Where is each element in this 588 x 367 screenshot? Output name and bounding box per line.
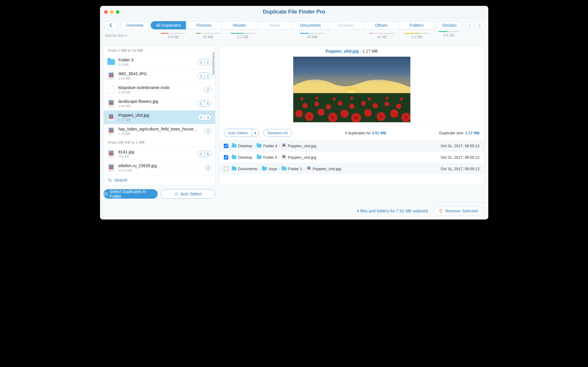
count-badge: 2 (204, 59, 211, 65)
close-window-icon[interactable] (104, 10, 108, 14)
count-badges: 2 (204, 86, 211, 93)
svg-point-16 (302, 103, 307, 108)
svg-point-8 (317, 109, 324, 116)
svg-point-26 (315, 97, 318, 100)
file-row[interactable]: 8141.jpg752 KB19 (104, 147, 215, 161)
trash-icon (439, 209, 443, 213)
deselect-all-button[interactable]: Deselect All (263, 129, 292, 137)
file-icon (107, 163, 115, 172)
select-duplicates-in-folder-button[interactable]: Select Duplicates in Folder (104, 189, 158, 199)
search-button[interactable]: Search (104, 175, 215, 185)
category-size: 41 KB (364, 31, 399, 39)
chevron-down-icon: ▾ (252, 129, 259, 137)
select-checkbox[interactable] (224, 167, 228, 171)
svg-point-32 (308, 115, 311, 118)
file-icon (282, 143, 286, 148)
category-tab: Music (257, 21, 293, 29)
count-badges: 19 (198, 151, 211, 157)
category-tab[interactable]: Folders (399, 21, 435, 29)
sparkle-icon (174, 192, 179, 196)
file-row[interactable]: landscape-flowers.jpg1.44 MB15 (104, 96, 215, 110)
count-badge: 9 (204, 151, 211, 157)
chevron-right-icon: › (259, 167, 260, 170)
file-size: 752 KB (119, 155, 195, 158)
file-row[interactable]: Poppies_uhd.jpg1.17 MB23 (104, 110, 215, 124)
svg-point-34 (354, 116, 358, 120)
file-icon (107, 99, 115, 108)
auto-select-dropdown[interactable]: Auto Select ▾ (224, 129, 259, 137)
category-tab[interactable]: All Duplicates (151, 21, 186, 29)
file-row[interactable]: kitayskoe issledovanie.mobi1.94 MB2 (104, 83, 215, 96)
count-badges: 15 (198, 100, 211, 107)
svg-point-0 (479, 26, 479, 27)
duplicate-row[interactable]: Desktop › Folder 5 › Poppies_uhd.jpgOct … (219, 151, 484, 163)
duplicate-row[interactable]: Documents › Asya › Folder 1 › Poppies_uh… (219, 163, 484, 174)
file-size: 1.94 MB (119, 91, 202, 94)
preview-filesize: 1.17 MB (362, 49, 378, 53)
count-badge: 2 (198, 114, 205, 120)
category-size: 4.5 GB (156, 31, 191, 39)
duplicate-toolbar: Auto Select ▾ Deselect All 3 duplicates … (219, 125, 484, 140)
file-row[interactable]: elitefon.ru_23929.jpg514.9 KB3 (104, 161, 215, 175)
file-row[interactable]: Folder 32.9 MB12 (104, 55, 215, 69)
folder-icon (257, 155, 261, 159)
file-icon (107, 150, 115, 158)
similars-size: 4.5 GB (443, 33, 454, 37)
svg-point-31 (400, 98, 403, 100)
remove-selected-button[interactable]: Remove Selected (434, 207, 483, 215)
count-badge: 1 (198, 100, 205, 107)
duplicate-list: Desktop › Folder 4 › Poppies_uhd.jpgOct … (219, 140, 484, 174)
category-tab[interactable]: Others (364, 21, 399, 29)
auto-select-label: Auto Select (180, 192, 201, 196)
file-icon (107, 71, 115, 80)
folder-icon (107, 58, 115, 66)
duplicate-row[interactable]: Desktop › Folder 4 › Poppies_uhd.jpgOct … (219, 140, 484, 151)
category-size: 1.2 GB (225, 31, 260, 39)
file-list[interactable]: From 1 MB to 10 MBFolder 32.9 MB12IMG_35… (104, 46, 215, 175)
similars-tab[interactable]: Similars (437, 21, 462, 29)
rss-icon[interactable] (476, 21, 484, 29)
file-icon (107, 113, 115, 122)
modified-date: Oct 31, 2017, 09:55:12 (441, 155, 479, 160)
file-row[interactable]: hay_bales_agriculture_field_trees_house.… (104, 124, 215, 138)
category-tab[interactable]: Documents (292, 21, 328, 29)
count-badge: 2 (204, 73, 211, 79)
file-name: 8141.jpg (119, 150, 195, 154)
breadcrumb: Desktop › Folder 5 › Poppies_uhd.jpg (232, 155, 441, 160)
info-icon[interactable]: i (465, 21, 474, 29)
category-size (260, 31, 295, 39)
chevron-right-icon: › (279, 167, 280, 170)
duplicate-summary: 3 duplicates for 3.51 MB (296, 131, 435, 135)
chevron-right-icon: › (279, 155, 280, 159)
zoom-window-icon[interactable] (116, 10, 119, 14)
count-badges: 3 (204, 165, 211, 171)
list-group-header: From 1 MB to 10 MB (104, 46, 215, 55)
category-size: 63 MB (295, 31, 330, 39)
svg-point-18 (326, 104, 331, 110)
minimize-window-icon[interactable] (110, 10, 114, 14)
preview-title: Poppies_uhd.jpg - 1.17 MB (219, 46, 484, 56)
svg-point-1 (108, 179, 111, 181)
svg-point-17 (314, 102, 319, 106)
category-tab[interactable]: Pictures (186, 21, 222, 29)
category-tabs: All DuplicatesPicturesMoviesMusicDocumen… (151, 21, 435, 29)
path-segment: Desktop (238, 155, 252, 160)
file-icon (107, 127, 115, 135)
chevron-down-icon: ▼ (125, 34, 127, 37)
select-checkbox[interactable] (224, 144, 228, 148)
modified-date: Oct 31, 2017, 09:55:12 (441, 167, 479, 171)
toolbar: Overview All DuplicatesPicturesMoviesMus… (100, 18, 488, 29)
auto-select-button[interactable]: Auto Select (161, 189, 215, 199)
chevron-right-icon: › (254, 144, 255, 148)
select-checkbox[interactable] (224, 155, 228, 160)
sort-by-button[interactable]: Sort by Size▼ (104, 29, 154, 39)
path-segment: Poppies_uhd.jpg (288, 155, 316, 160)
file-row[interactable]: IMG_3543.JPG2.68 MB12 (104, 69, 215, 83)
file-name: hay_bales_agriculture_field_trees_house.… (119, 127, 202, 131)
svg-point-35 (379, 115, 382, 118)
back-button[interactable] (104, 21, 118, 29)
category-tab[interactable]: Movies (221, 21, 257, 29)
svg-point-36 (404, 116, 407, 119)
overview-tab[interactable]: Overview (121, 21, 149, 29)
select-duplicates-label: Select Duplicates in Folder (110, 189, 157, 199)
